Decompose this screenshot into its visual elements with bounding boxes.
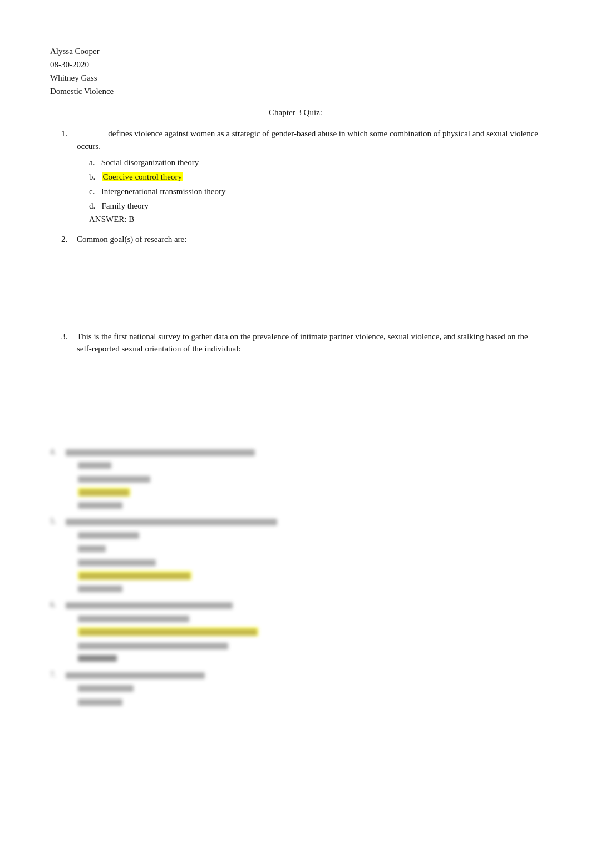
- blurred-item-7: 7.: [50, 671, 541, 708]
- question-1: 1. _______ defines violence against wome…: [61, 127, 541, 224]
- blurred-options-4: [78, 459, 541, 499]
- question-1-number: 1.: [61, 127, 77, 152]
- question-3-text: 3. This is the first national survey to …: [61, 330, 541, 355]
- question-2-blank-space: [61, 249, 541, 321]
- question-1-options: a. Social disorganization theory b. Coer…: [89, 156, 541, 212]
- blurred-options-7: [78, 682, 541, 708]
- blurred-question-6: 6.: [50, 601, 541, 609]
- instructor-name: Whitney Gass: [50, 71, 541, 85]
- option-1c: c. Intergenerational transmission theory: [89, 185, 541, 198]
- document-header: Alyssa Cooper 08-30-2020 Whitney Gass Do…: [50, 44, 541, 98]
- author-name: Alyssa Cooper: [50, 44, 541, 58]
- blurred-item-4: 4.: [50, 448, 541, 510]
- question-2-text: 2. Common goal(s) of research are:: [61, 233, 541, 246]
- quiz-content: 1. _______ defines violence against wome…: [61, 127, 541, 431]
- option-1d: d. Family theory: [89, 199, 541, 212]
- question-1-text: 1. _______ defines violence against wome…: [61, 127, 541, 152]
- blurred-item-5: 5.: [50, 517, 541, 593]
- course-name: Domestic Violence: [50, 85, 541, 98]
- question-3-blank-space: [61, 359, 541, 431]
- question-2-number: 2.: [61, 233, 77, 246]
- question-1-body: _______ defines violence against women a…: [77, 127, 541, 152]
- answer-1: ANSWER: B: [89, 215, 541, 224]
- document-date: 08-30-2020: [50, 58, 541, 71]
- blurred-options-6: [78, 612, 541, 652]
- question-2: 2. Common goal(s) of research are:: [61, 233, 541, 321]
- blurred-options-5: [78, 528, 541, 582]
- question-3-number: 3.: [61, 330, 77, 355]
- option-1a: a. Social disorganization theory: [89, 156, 541, 169]
- blurred-content: 4. 5. 6.: [50, 448, 541, 708]
- question-3: 3. This is the first national survey to …: [61, 330, 541, 431]
- blurred-question-4: 4.: [50, 448, 541, 457]
- option-1b: b. Coercive control theory: [89, 170, 541, 183]
- blurred-question-5: 5.: [50, 517, 541, 526]
- blurred-question-7: 7.: [50, 671, 541, 679]
- question-2-body: Common goal(s) of research are:: [77, 233, 541, 246]
- question-3-body: This is the first national survey to gat…: [77, 330, 541, 355]
- blurred-item-6: 6.: [50, 601, 541, 663]
- page-title: Chapter 3 Quiz:: [50, 108, 541, 117]
- highlighted-option-1b: Coercive control theory: [102, 172, 183, 181]
